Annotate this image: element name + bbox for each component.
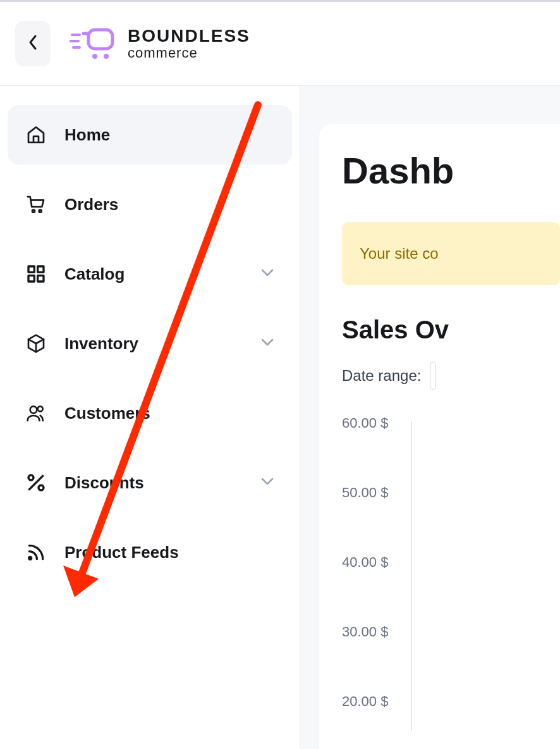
chart-grid xyxy=(411,421,560,731)
sidebar-item-label: Orders xyxy=(64,195,118,214)
chevron-down-icon xyxy=(260,477,274,488)
y-axis-tick: 60.00 $ xyxy=(342,415,388,431)
chevron-down-icon xyxy=(260,338,274,349)
alert-text: Your site co xyxy=(360,245,439,262)
sidebar-item-label: Product Feeds xyxy=(64,543,179,562)
date-range-select[interactable] xyxy=(430,362,436,390)
svg-rect-0 xyxy=(88,30,113,49)
content-card: Dashb Your site co Sales Ov Date range: … xyxy=(319,124,560,749)
main: Home Orders Catalog xyxy=(0,86,560,749)
sidebar-item-discounts[interactable]: Discounts xyxy=(8,453,292,512)
sidebar-item-inventory[interactable]: Inventory xyxy=(8,314,292,373)
rss-icon xyxy=(25,542,47,563)
svg-rect-9 xyxy=(38,266,44,272)
sidebar: Home Orders Catalog xyxy=(0,86,300,749)
sidebar-item-home[interactable]: Home xyxy=(8,105,292,164)
svg-point-13 xyxy=(38,406,43,411)
y-axis-tick: 20.00 $ xyxy=(342,693,388,710)
svg-point-6 xyxy=(32,210,35,213)
date-range-label: Date range: xyxy=(342,367,421,385)
y-axis-tick: 50.00 $ xyxy=(342,485,388,501)
logo[interactable]: BOUNDLESS commerce xyxy=(70,25,250,63)
sidebar-item-label: Discounts xyxy=(64,473,144,493)
content-area: Dashb Your site co Sales Ov Date range: … xyxy=(300,86,560,749)
logo-text: BOUNDLESS commerce xyxy=(128,27,250,60)
svg-rect-8 xyxy=(28,266,34,272)
svg-point-15 xyxy=(39,485,44,490)
logo-cart-icon xyxy=(70,25,118,63)
y-axis-tick: 30.00 $ xyxy=(342,624,388,640)
y-axis-tick: 40.00 $ xyxy=(342,554,388,571)
grid-icon xyxy=(25,263,47,285)
cart-icon xyxy=(25,194,47,215)
sidebar-item-catalog[interactable]: Catalog xyxy=(8,244,292,304)
page-title: Dashb xyxy=(342,149,560,192)
svg-line-16 xyxy=(29,476,42,489)
date-range-row: Date range: xyxy=(342,362,560,390)
sidebar-item-label: Inventory xyxy=(64,334,138,354)
alert-banner: Your site co xyxy=(342,222,560,285)
section-title: Sales Ov xyxy=(342,316,560,344)
home-icon xyxy=(25,124,47,145)
percent-icon xyxy=(25,472,47,493)
svg-rect-10 xyxy=(28,276,34,282)
sidebar-item-orders[interactable]: Orders xyxy=(8,175,292,234)
sidebar-item-customers[interactable]: Customers xyxy=(8,383,292,443)
sales-chart: 60.00 $ 50.00 $ 40.00 $ 30.00 $ 20.00 $ xyxy=(342,415,560,731)
box-icon xyxy=(25,333,47,354)
svg-point-17 xyxy=(29,557,32,559)
svg-point-14 xyxy=(28,475,33,480)
chevron-left-icon xyxy=(27,34,39,54)
sidebar-item-product-feeds[interactable]: Product Feeds xyxy=(8,523,292,582)
back-button[interactable] xyxy=(15,21,51,66)
header: BOUNDLESS commerce xyxy=(0,2,560,86)
brand-sub: commerce xyxy=(128,46,250,60)
brand-name: BOUNDLESS xyxy=(128,27,250,45)
svg-point-7 xyxy=(39,210,42,213)
users-icon xyxy=(25,402,47,424)
svg-rect-11 xyxy=(38,276,44,282)
sidebar-item-label: Catalog xyxy=(64,264,125,284)
sidebar-item-label: Home xyxy=(64,125,110,145)
chevron-down-icon xyxy=(260,268,274,280)
svg-point-2 xyxy=(104,54,109,59)
svg-point-1 xyxy=(92,54,97,59)
svg-point-12 xyxy=(30,406,37,413)
sidebar-item-label: Customers xyxy=(64,404,150,423)
